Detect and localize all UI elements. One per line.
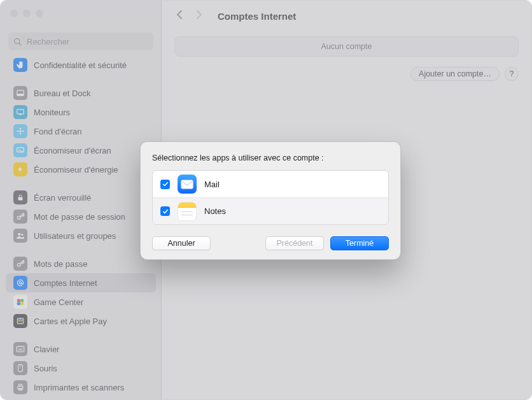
app-label: Notes — [204, 206, 226, 216]
previous-button[interactable]: Précédent — [265, 236, 324, 250]
svg-rect-31 — [181, 180, 193, 189]
cancel-button[interactable]: Annuler — [152, 236, 211, 250]
mail-app-icon — [178, 175, 197, 194]
app-list: Mail Notes — [152, 170, 389, 225]
app-row-mail[interactable]: Mail — [153, 171, 388, 197]
app-label: Mail — [204, 180, 220, 189]
select-apps-modal: Sélectionnez les apps à utiliser avec ce… — [140, 141, 401, 260]
notes-app-icon — [178, 202, 197, 221]
checkbox-mail[interactable] — [160, 180, 170, 189]
app-row-notes[interactable]: Notes — [153, 197, 388, 224]
done-button[interactable]: Terminé — [330, 236, 389, 250]
checkbox-notes[interactable] — [160, 206, 170, 216]
modal-title: Sélectionnez les apps à utiliser avec ce… — [152, 154, 389, 162]
